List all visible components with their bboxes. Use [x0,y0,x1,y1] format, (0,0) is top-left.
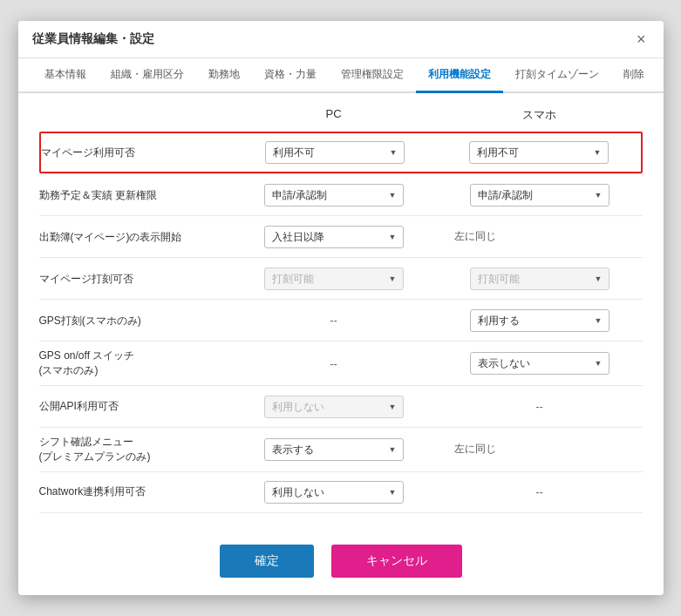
tab-組織・雇用区分[interactable]: 組織・雇用区分 [99,58,196,93]
row-label-shift-menu: シフト確認メニュー (プレミアムプランのみ) [39,428,231,471]
sp-select-mypage-access[interactable]: 利用不可利用可 [469,141,609,164]
settings-row-gps-clock: GPS打刻(スマホのみ)--利用する利用しない [39,299,643,341]
pc-cell-attendance-display: 入社日以降全期間 [231,220,437,254]
pc-dash-gps-clock: -- [330,314,337,327]
settings-row-attendance-display: 出勤簿(マイページ)の表示開始入社日以降全期間左に同じ [39,215,643,257]
sp-cell-shift-menu: 左に同じ [437,437,643,462]
tab-利用機能設定[interactable]: 利用機能設定 [416,58,503,93]
sp-cell-mypage-clock: 打刻可能打刻不可 [437,262,643,295]
sp-dash-public-api: -- [535,400,543,413]
pc-select-public-api[interactable]: 利用しない利用する [264,396,404,418]
pc-select-mypage-access[interactable]: 利用不可利用可 [265,141,405,164]
sp-cell-public-api: -- [437,395,643,418]
row-label-gps-switch: GPS on/off スイッチ (スマホのみ) [39,342,231,385]
row-label-chatwork: Chatwork連携利用可否 [39,477,231,506]
row-label-gps-clock: GPS打刻(スマホのみ) [39,307,231,335]
pc-select-work-schedule-update[interactable]: 申請/承認制自己更新可 [264,184,404,206]
pc-col-header: PC [231,107,437,123]
tab-削除[interactable]: 削除 [611,58,657,93]
row-label-attendance-display: 出勤簿(マイページ)の表示開始 [39,223,231,252]
settings-row-mypage-access: マイページ利用可否利用不可利用可利用不可利用可 [39,132,643,173]
label-col-header [39,107,231,123]
sp-col-header: スマホ [437,107,643,123]
settings-row-mypage-clock: マイページ打刻可否打刻可能打刻不可打刻可能打刻不可 [39,257,643,299]
close-button[interactable]: × [633,31,650,47]
tab-基本情報[interactable]: 基本情報 [32,58,99,93]
dialog-footer: 確定 キャンセル [18,531,664,595]
employee-settings-dialog: 従業員情報編集・設定 × 基本情報組織・雇用区分勤務地資格・力量管理権限設定利用… [18,21,664,594]
sp-select-gps-switch[interactable]: 表示する表示しない [470,352,609,375]
tab-打刻タイムゾーン[interactable]: 打刻タイムゾーン [503,58,611,93]
dialog-title: 従業員情報編集・設定 [32,31,154,47]
sp-select-gps-clock[interactable]: 利用する利用しない [470,309,609,332]
tab-管理権限設定[interactable]: 管理権限設定 [329,58,416,93]
pc-cell-gps-clock: -- [231,308,437,332]
sp-select-work-schedule-update[interactable]: 申請/承認制自己更新可 [470,184,609,206]
sp-cell-chatwork: -- [437,480,643,504]
sp-cell-gps-switch: 表示する表示しない [437,347,643,380]
tab-勤務地[interactable]: 勤務地 [196,58,252,93]
settings-row-chatwork: Chatwork連携利用可否利用しない利用する-- [39,471,643,513]
tab-bar: 基本情報組織・雇用区分勤務地資格・力量管理権限設定利用機能設定打刻タイムゾーン削… [18,58,664,93]
pc-cell-work-schedule-update: 申請/承認制自己更新可 [231,179,437,212]
pc-dash-gps-switch: -- [330,357,337,370]
confirm-button[interactable]: 確定 [220,545,314,578]
settings-row-work-schedule-update: 勤務予定＆実績 更新権限申請/承認制自己更新可申請/承認制自己更新可 [39,173,643,215]
pc-cell-shift-menu: 表示する表示しない [231,433,437,466]
dialog-header: 従業員情報編集・設定 × [18,21,664,58]
sp-text-shift-menu: 左に同じ [454,442,496,457]
row-label-mypage-clock: マイページ打刻可否 [39,265,231,294]
sp-cell-attendance-display: 左に同じ [437,224,643,249]
row-label-public-api: 公開API利用可否 [39,392,231,421]
pc-cell-gps-switch: -- [231,352,437,376]
sp-cell-gps-clock: 利用する利用しない [437,304,643,337]
sp-text-attendance-display: 左に同じ [454,229,496,244]
pc-cell-mypage-clock: 打刻可能打刻不可 [231,262,437,295]
column-headers: PC スマホ [39,107,643,126]
settings-row-public-api: 公開API利用可否利用しない利用する-- [39,385,643,427]
cancel-button[interactable]: キャンセル [331,545,462,578]
sp-cell-work-schedule-update: 申請/承認制自己更新可 [437,179,643,212]
sp-select-mypage-clock[interactable]: 打刻可能打刻不可 [470,267,609,290]
pc-cell-public-api: 利用しない利用する [231,390,437,423]
pc-select-mypage-clock[interactable]: 打刻可能打刻不可 [264,267,404,290]
settings-row-shift-menu: シフト確認メニュー (プレミアムプランのみ)表示する表示しない左に同じ [39,427,643,471]
pc-select-attendance-display[interactable]: 入社日以降全期間 [264,226,404,248]
row-label-work-schedule-update: 勤務予定＆実績 更新権限 [39,181,231,210]
pc-select-shift-menu[interactable]: 表示する表示しない [264,438,404,461]
pc-select-chatwork[interactable]: 利用しない利用する [264,481,404,504]
pc-cell-mypage-access: 利用不可利用可 [233,136,437,169]
pc-cell-chatwork: 利用しない利用する [231,476,437,509]
settings-table: マイページ利用可否利用不可利用可利用不可利用可勤務予定＆実績 更新権限申請/承認… [39,132,643,512]
tab-資格・力量[interactable]: 資格・力量 [252,58,329,93]
dialog-body: PC スマホ マイページ利用可否利用不可利用可利用不可利用可勤務予定＆実績 更新… [18,93,664,530]
sp-cell-mypage-access: 利用不可利用可 [437,136,641,169]
settings-row-gps-switch: GPS on/off スイッチ (スマホのみ)--表示する表示しない [39,341,643,385]
row-label-mypage-access: マイページ利用可否 [41,139,233,167]
sp-dash-chatwork: -- [535,485,543,498]
